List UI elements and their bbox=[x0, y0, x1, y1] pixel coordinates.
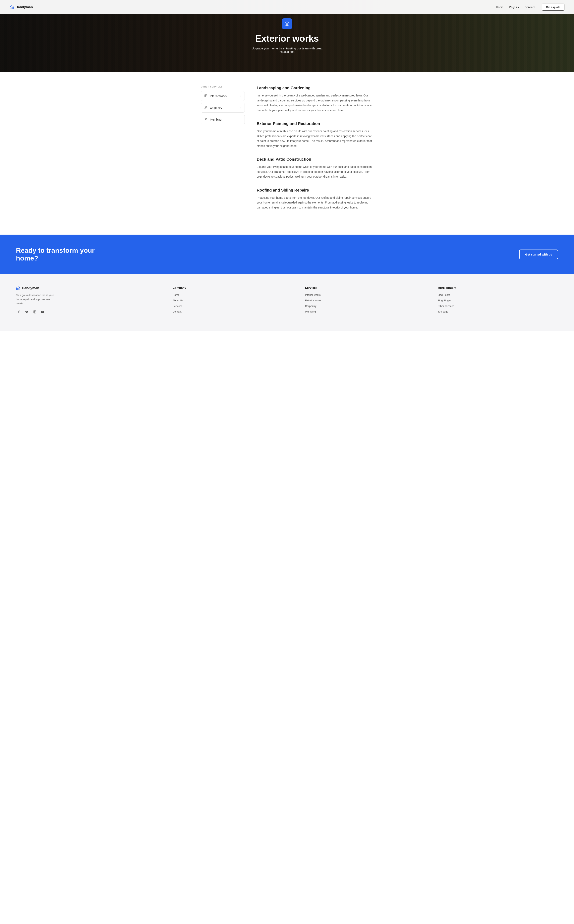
footer-col-more-links: Blog Posts Blog Single Other services 40… bbox=[437, 293, 558, 313]
cta-heading: Ready to transform your home? bbox=[16, 246, 115, 262]
article-body-deck: Expand your living space beyond the wall… bbox=[257, 164, 373, 179]
articles-section: Landscaping and Gardening Immerse yourse… bbox=[257, 86, 373, 219]
article-title-painting: Exterior Painting and Restoration bbox=[257, 121, 373, 126]
article-deck: Deck and Patio Construction Expand your … bbox=[257, 157, 373, 179]
hero-icon bbox=[282, 18, 292, 29]
footer-link-blog-single[interactable]: Blog Single bbox=[437, 299, 451, 302]
main-content: OTHER SERVICES Interior works › bbox=[191, 72, 383, 235]
sidebar-section-label: OTHER SERVICES bbox=[201, 86, 245, 88]
youtube-icon[interactable] bbox=[40, 309, 46, 315]
cta-banner: Ready to transform your home? Get starte… bbox=[0, 235, 574, 274]
navbar: Handyman Home Pages ▾ Services Get a quo… bbox=[0, 0, 574, 14]
article-landscaping: Landscaping and Gardening Immerse yourse… bbox=[257, 86, 373, 113]
nav-pages[interactable]: Pages ▾ bbox=[509, 6, 519, 9]
footer-link-exterior[interactable]: Exterior works bbox=[305, 299, 321, 302]
svg-point-1 bbox=[206, 118, 206, 119]
sidebar-item-interior-works[interactable]: Interior works › bbox=[201, 91, 245, 101]
plumbing-icon bbox=[204, 118, 208, 121]
article-title-deck: Deck and Patio Construction bbox=[257, 157, 373, 162]
hero-title: Exterior works bbox=[247, 33, 327, 44]
footer-col-services: Services Interior works Exterior works C… bbox=[305, 286, 426, 315]
carpentry-icon bbox=[204, 106, 208, 110]
hero-content: Exterior works Upgrade your home by entr… bbox=[247, 18, 327, 54]
footer-logo-text: Handyman bbox=[22, 286, 39, 290]
footer-link-carpentry[interactable]: Carpentry bbox=[305, 304, 316, 307]
footer-tagline: Your go-to destination for all your home… bbox=[16, 293, 56, 306]
footer-link-services[interactable]: Services bbox=[173, 304, 183, 307]
footer-col-more-title: More content bbox=[437, 286, 558, 289]
nav-services[interactable]: Services bbox=[525, 6, 536, 9]
twitter-icon[interactable] bbox=[24, 309, 30, 315]
footer-link-about[interactable]: About Us bbox=[173, 299, 183, 302]
facebook-icon[interactable] bbox=[16, 309, 22, 315]
footer-link-home[interactable]: Home bbox=[173, 293, 180, 296]
svg-point-3 bbox=[34, 312, 35, 312]
article-body-roofing: Protecting your home starts from the top… bbox=[257, 196, 373, 210]
footer-link-other-services[interactable]: Other services bbox=[437, 304, 454, 307]
logo-text: Handyman bbox=[16, 5, 33, 9]
chevron-down-icon: ▾ bbox=[518, 6, 519, 9]
article-title-roofing: Roofing and Siding Repairs bbox=[257, 188, 373, 192]
nav-links: Home Pages ▾ Services bbox=[496, 5, 536, 9]
footer-col-more: More content Blog Posts Blog Single Othe… bbox=[437, 286, 558, 315]
sidebar-item-label-interior: Interior works bbox=[210, 95, 227, 98]
get-started-button[interactable]: Get started with us bbox=[519, 249, 558, 259]
footer-link-plumbing[interactable]: Plumbing bbox=[305, 310, 316, 313]
footer-top: Handyman Your go-to destination for all … bbox=[16, 286, 558, 315]
sidebar-item-label-plumbing: Plumbing bbox=[210, 118, 221, 121]
chevron-right-icon: › bbox=[241, 106, 241, 109]
article-body-landscaping: Immerse yourself in the beauty of a well… bbox=[257, 93, 373, 113]
article-painting: Exterior Painting and Restoration Give y… bbox=[257, 121, 373, 148]
footer-link-interior[interactable]: Interior works bbox=[305, 293, 320, 296]
instagram-icon[interactable] bbox=[32, 309, 38, 315]
article-title-landscaping: Landscaping and Gardening bbox=[257, 86, 373, 90]
footer-col-company-title: Company bbox=[173, 286, 293, 289]
interior-icon bbox=[204, 94, 208, 98]
footer-brand: Handyman Your go-to destination for all … bbox=[16, 286, 161, 315]
footer-col-company: Company Home About Us Services Contact bbox=[173, 286, 293, 315]
footer: Handyman Your go-to destination for all … bbox=[0, 274, 574, 331]
footer-link-404[interactable]: 404 page bbox=[437, 310, 448, 313]
chevron-right-icon: › bbox=[241, 95, 241, 98]
nav-home[interactable]: Home bbox=[496, 6, 503, 9]
logo[interactable]: Handyman bbox=[9, 5, 33, 9]
article-roofing: Roofing and Siding Repairs Protecting yo… bbox=[257, 188, 373, 210]
svg-rect-0 bbox=[205, 95, 207, 97]
footer-col-company-links: Home About Us Services Contact bbox=[173, 293, 293, 313]
get-quote-button[interactable]: Get a quote bbox=[542, 3, 565, 11]
footer-col-services-title: Services bbox=[305, 286, 426, 289]
svg-rect-2 bbox=[33, 311, 36, 313]
footer-link-blog-posts[interactable]: Blog Posts bbox=[437, 293, 450, 296]
sidebar-item-label-carpentry: Carpentry bbox=[210, 106, 222, 109]
nav-right: Home Pages ▾ Services Get a quote bbox=[496, 3, 565, 11]
chevron-right-icon: › bbox=[241, 118, 241, 121]
sidebar: OTHER SERVICES Interior works › bbox=[201, 86, 245, 219]
article-body-painting: Give your home a fresh lease on life wit… bbox=[257, 129, 373, 148]
footer-col-services-links: Interior works Exterior works Carpentry … bbox=[305, 293, 426, 313]
hero-subtitle: Upgrade your home by entrusting our team… bbox=[247, 47, 327, 54]
footer-socials bbox=[16, 309, 161, 315]
footer-link-contact[interactable]: Contact bbox=[173, 310, 181, 313]
sidebar-item-carpentry[interactable]: Carpentry › bbox=[201, 103, 245, 113]
footer-logo: Handyman bbox=[16, 286, 161, 290]
sidebar-item-plumbing[interactable]: Plumbing › bbox=[201, 115, 245, 125]
